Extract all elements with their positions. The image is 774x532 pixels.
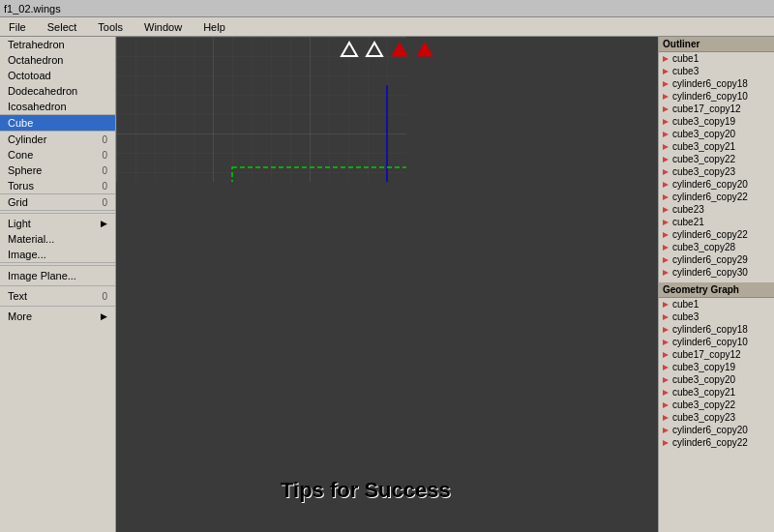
- geo-graph-item[interactable]: cube3_copy21: [659, 386, 774, 399]
- geo-graph-item[interactable]: cylinder6_copy22: [659, 436, 774, 449]
- outliner-item[interactable]: cylinder6_copy30: [659, 266, 774, 279]
- geo-graph-item[interactable]: cube3: [659, 310, 774, 323]
- outliner-item[interactable]: cylinder6_copy10: [659, 90, 774, 103]
- title-text: f1_02.wings: [4, 3, 61, 15]
- outliner-item[interactable]: cube1: [659, 52, 774, 65]
- svg-marker-56: [663, 56, 669, 62]
- svg-marker-70: [663, 232, 669, 238]
- svg-marker-80: [663, 377, 669, 383]
- svg-marker-62: [663, 132, 669, 137]
- nav-icon-4[interactable]: [415, 41, 434, 60]
- svg-marker-74: [663, 302, 669, 308]
- menu-material[interactable]: Material...: [0, 231, 115, 247]
- viewport[interactable]: Tips for Success: [116, 37, 658, 532]
- menu-image-plane[interactable]: Image Plane...: [0, 268, 115, 283]
- menu-grid[interactable]: Grid0: [0, 194, 115, 210]
- menu-select[interactable]: Select: [43, 19, 82, 35]
- svg-marker-67: [663, 194, 669, 200]
- svg-marker-54: [392, 43, 407, 56]
- tips-text: Tips for Success: [281, 478, 451, 503]
- menu-more[interactable]: More▶: [0, 309, 115, 324]
- svg-marker-79: [663, 365, 669, 370]
- menu-light[interactable]: Light▶: [0, 216, 115, 231]
- geo-graph-item[interactable]: cylinder6_copy20: [659, 424, 774, 436]
- menu-torus[interactable]: Torus0: [0, 178, 115, 193]
- outliner-item[interactable]: cube3_copy22: [659, 153, 774, 165]
- main-area: Tetrahedron Octahedron Octotoad Dodecahe…: [0, 37, 774, 532]
- outliner-item[interactable]: cube3_copy19: [659, 115, 774, 128]
- menu-cube[interactable]: Cube: [0, 115, 115, 131]
- outliner-item[interactable]: cube3_copy23: [659, 165, 774, 178]
- svg-marker-53: [367, 43, 382, 56]
- svg-marker-81: [663, 390, 669, 396]
- outliner-item[interactable]: cube3_copy21: [659, 140, 774, 153]
- geo-graph-item[interactable]: cylinder6_copy10: [659, 336, 774, 348]
- menu-octotoad[interactable]: Octotoad: [0, 68, 115, 83]
- light-section: Light▶ Material... Image...: [0, 216, 115, 263]
- menu-window[interactable]: Window: [139, 19, 187, 35]
- menu-help[interactable]: Help: [198, 19, 230, 35]
- outliner-item[interactable]: cube3_copy28: [659, 241, 774, 253]
- grid-section: Grid0: [0, 194, 115, 211]
- menu-icosahedron[interactable]: Icosahedron: [0, 99, 115, 114]
- menu-tools[interactable]: Tools: [93, 19, 128, 35]
- outliner-item[interactable]: cube17_copy12: [659, 103, 774, 115]
- outliner-item[interactable]: cylinder6_copy22: [659, 191, 774, 203]
- svg-marker-82: [663, 402, 669, 408]
- menu-cone[interactable]: Cone0: [0, 147, 115, 163]
- outliner-item[interactable]: cylinder6_copy20: [659, 178, 774, 191]
- svg-marker-59: [663, 94, 669, 100]
- menu-dodecahedron[interactable]: Dodecahedron: [0, 83, 115, 99]
- geo-graph-item[interactable]: cube1: [659, 298, 774, 310]
- svg-marker-57: [663, 69, 669, 74]
- svg-marker-64: [663, 157, 669, 163]
- svg-marker-55: [417, 43, 432, 56]
- svg-marker-73: [663, 270, 669, 276]
- menubar: File Select Tools Window Help: [0, 17, 774, 37]
- cube-section: Cube: [0, 115, 115, 132]
- svg-marker-76: [663, 327, 669, 333]
- menu-octahedron[interactable]: Octahedron: [0, 52, 115, 68]
- geo-graph-item[interactable]: cube17_copy12: [659, 348, 774, 361]
- outliner-item[interactable]: cube3_copy20: [659, 128, 774, 140]
- geo-graph-item[interactable]: cube3_copy20: [659, 373, 774, 386]
- menu-text[interactable]: Text0: [0, 288, 115, 304]
- menu-sphere[interactable]: Sphere0: [0, 163, 115, 178]
- nav-icon-2[interactable]: [365, 41, 384, 60]
- geo-graph-item[interactable]: cube3_copy23: [659, 411, 774, 424]
- outliner-header: Outliner: [659, 37, 774, 52]
- svg-marker-58: [663, 81, 669, 87]
- outliner-item[interactable]: cylinder6_copy22: [659, 228, 774, 241]
- svg-marker-78: [663, 352, 669, 358]
- nav-icon-3[interactable]: [390, 41, 409, 60]
- svg-marker-66: [663, 182, 669, 188]
- outliner-item[interactable]: cube23: [659, 203, 774, 216]
- svg-marker-71: [663, 245, 669, 251]
- menu-image[interactable]: Image...: [0, 247, 115, 262]
- outliner-item[interactable]: cube21: [659, 216, 774, 228]
- svg-marker-65: [663, 169, 669, 175]
- svg-marker-61: [663, 119, 669, 125]
- titlebar: f1_02.wings: [0, 0, 774, 17]
- svg-marker-69: [663, 220, 669, 225]
- outliner-item[interactable]: cylinder6_copy29: [659, 253, 774, 266]
- outliner-item[interactable]: cube3: [659, 65, 774, 77]
- geo-graph-item[interactable]: cylinder6_copy18: [659, 323, 774, 336]
- svg-marker-52: [342, 43, 357, 56]
- geo-graph-item[interactable]: cube3_copy19: [659, 361, 774, 373]
- menu-tetrahedron[interactable]: Tetrahedron: [0, 37, 115, 52]
- geo-graph-item[interactable]: cube3_copy22: [659, 399, 774, 411]
- nav-icon-1[interactable]: [340, 41, 359, 60]
- left-panel: Tetrahedron Octahedron Octotoad Dodecahe…: [0, 37, 116, 532]
- menu-file[interactable]: File: [4, 19, 31, 35]
- geometry-graph-header: Geometry Graph: [659, 282, 774, 298]
- right-panel: Outliner cube1 cube3 cylinder6_copy18 cy…: [658, 37, 774, 532]
- viewport-toolbar: [340, 41, 434, 60]
- svg-marker-83: [663, 415, 669, 421]
- svg-marker-85: [663, 440, 669, 446]
- svg-marker-75: [663, 314, 669, 320]
- outliner-item[interactable]: cylinder6_copy18: [659, 77, 774, 90]
- svg-marker-63: [663, 144, 669, 150]
- svg-marker-60: [663, 106, 669, 112]
- menu-cylinder[interactable]: Cylinder0: [0, 132, 115, 147]
